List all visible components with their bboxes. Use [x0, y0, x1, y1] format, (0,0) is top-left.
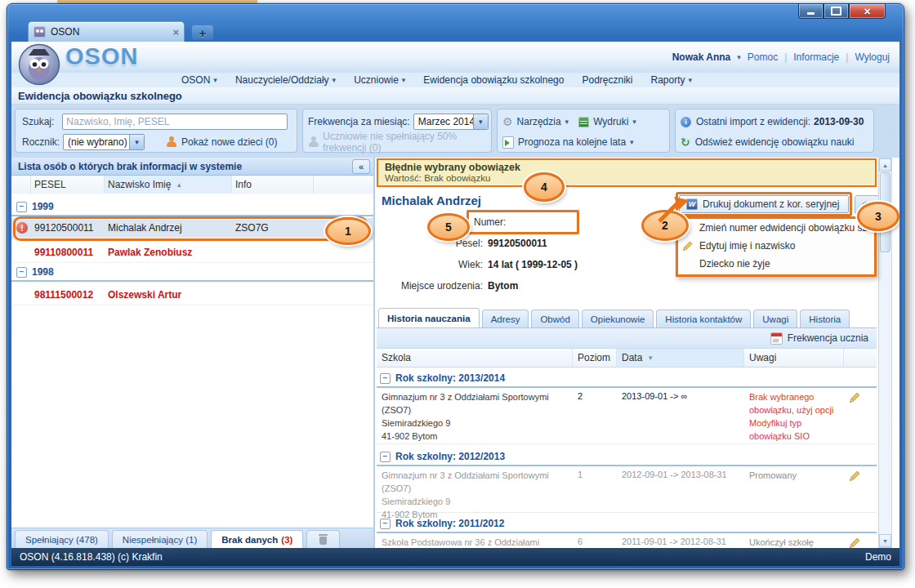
- data-cell: 2011-09-01 -> 2012-08-31: [622, 537, 726, 546]
- tab-trash[interactable]: [306, 530, 340, 548]
- select-caret-icon[interactable]: ▾: [473, 114, 488, 129]
- select-caret-icon[interactable]: ▾: [129, 135, 144, 149]
- status-version: OSON (4.16.818.438) (c) Krakfin: [20, 551, 163, 563]
- column-szkola[interactable]: Szkola: [377, 349, 573, 367]
- collapse-group-icon[interactable]: −: [16, 267, 27, 278]
- user-caret-icon: ▾: [737, 53, 741, 61]
- detail-tabs: Historia nauczania Adresy Obwód Opiekuno…: [378, 308, 850, 327]
- browser-tab-oson[interactable]: OSON ×: [28, 21, 185, 42]
- maximize-button[interactable]: [824, 4, 849, 19]
- group-row-1998[interactable]: − 1998: [11, 264, 373, 282]
- annotation-callout-3: 3: [857, 202, 899, 231]
- scroll-up-arrow[interactable]: ▲: [879, 158, 891, 172]
- tab-spelniajacy[interactable]: Spełniający (478): [15, 530, 109, 548]
- column-poziom[interactable]: Poziom: [573, 349, 617, 367]
- link-informacje[interactable]: Informacje: [793, 51, 839, 63]
- miejsce-field: Miejsce urodzenia: Bytom: [377, 278, 518, 293]
- column-info[interactable]: Info: [232, 176, 314, 194]
- list-row-pawlak[interactable]: 99110800011 Pawlak Zenobiusz: [11, 243, 373, 263]
- tab-brak-danych[interactable]: Brak danych(3): [211, 530, 303, 548]
- minimize-button[interactable]: [798, 4, 824, 19]
- history-row-2012[interactable]: Gimnazjum nr 3 z Oddziałami Sportowymi (…: [377, 466, 877, 513]
- page-title: Ewidencja obowiązku szkolnego: [11, 87, 899, 105]
- menu-ewidencja[interactable]: Ewidencja obowiązku szkolnego: [423, 74, 564, 86]
- search-input[interactable]: [62, 114, 288, 130]
- tab-historia-kontaktow[interactable]: Historia kontaktów: [656, 310, 751, 327]
- frekwencja-ucznia-button[interactable]: Frekwencja ucznia: [788, 332, 868, 344]
- oson-favicon-icon: [33, 26, 46, 38]
- column-uwagi[interactable]: Uwagi: [744, 349, 844, 367]
- history-row-2013[interactable]: Gimnazjum nr 3 z Oddziałami Sportowymi (…: [377, 388, 877, 444]
- tab-historia-nauczania[interactable]: Historia nauczania: [378, 308, 480, 327]
- edit-pencil-icon[interactable]: [849, 391, 861, 405]
- odswiez-button[interactable]: Odśwież ewidencję obowiązku nauki: [695, 136, 855, 148]
- maximize-icon: [831, 7, 841, 16]
- pokaz-nowe-dzieci-button[interactable]: Pokaż nowe dzieci (0): [166, 136, 277, 148]
- list-row-olszewski[interactable]: 98111500012 Olszewski Artur: [11, 285, 373, 305]
- close-button[interactable]: ×: [849, 4, 886, 19]
- app-header: OSON Nowak Anna ▾ Pomoc | Informacje | W…: [11, 42, 899, 74]
- narzedzia-button[interactable]: ⚙ Narzędzia ▾: [502, 116, 569, 127]
- main-menubar: OSON▾ Nauczyciele/Oddziały▾ Uczniowie▾ E…: [11, 73, 899, 87]
- tab-adresy[interactable]: Adresy: [482, 310, 529, 327]
- tab-niespelniajacy[interactable]: Niespełniający (1): [112, 530, 208, 548]
- link-wyloguj[interactable]: Wyloguj: [855, 51, 890, 63]
- group-row-1999[interactable]: − 1999: [11, 198, 373, 216]
- edit-pencil-icon[interactable]: [849, 470, 861, 483]
- menu-oson[interactable]: OSON▾: [181, 74, 217, 86]
- tab-obwod[interactable]: Obwód: [531, 310, 578, 327]
- prognoza-button[interactable]: Prognoza na kolejne lata ▾: [502, 136, 634, 149]
- column-icon[interactable]: [11, 176, 31, 194]
- history-row-2011[interactable]: Szkoła Podstawowa nr 36 z Oddziałami Spo…: [377, 533, 877, 548]
- owl-logo-icon: [18, 43, 60, 86]
- rocznik-select[interactable]: (nie wybrano) ▾: [63, 134, 145, 150]
- tab-close-icon[interactable]: ×: [172, 26, 179, 38]
- link-pomoc[interactable]: Pomoc: [748, 51, 778, 63]
- collapse-group-icon[interactable]: −: [380, 373, 391, 384]
- tab-uwagi[interactable]: Uwagi: [753, 310, 797, 327]
- tab-opiekunowie[interactable]: Opiekunowie: [582, 310, 654, 327]
- menu-item-edytuj[interactable]: Edytuj imię i nazwisko: [678, 237, 874, 255]
- group-rok-2011-2012[interactable]: − Rok szkolny: 2011/2012: [377, 515, 877, 533]
- menu-item-dziecko-nie-zyje[interactable]: Dziecko nie żyje: [678, 255, 874, 273]
- pesel-value: 99120500011: [488, 238, 547, 249]
- trash-icon: [319, 534, 328, 545]
- user-menu[interactable]: Nowak Anna: [672, 51, 731, 63]
- menu-podreczniki[interactable]: Podręczniki: [582, 74, 632, 86]
- wydruki-button[interactable]: Wydruki ▾: [578, 116, 636, 127]
- edit-pencil-icon[interactable]: [849, 537, 861, 548]
- search-panel: Szukaj: Rocznik: (nie wybrano) ▾ Pokaż n…: [15, 109, 297, 153]
- pencil-icon: [682, 240, 694, 254]
- uwagi-cell: Brak wybranego obowiązku, użyj opcji Mod…: [749, 391, 841, 443]
- group-rok-2012-2013[interactable]: − Rok szkolny: 2012/2013: [377, 448, 877, 466]
- scroll-down-arrow[interactable]: ▼: [879, 534, 891, 547]
- annotation-callout-5: 5: [427, 213, 470, 241]
- print-merge-document-button[interactable]: W Drukuj dokument z kor. seryjnej: [679, 195, 849, 213]
- import-panel: i Ostatni import z ewidencji: 2013-09-30…: [675, 109, 874, 153]
- poziom-cell: 1: [578, 470, 582, 479]
- menu-item-zmien-numer[interactable]: Zmień numer edwidencji obowiązku szkolne…: [678, 219, 874, 237]
- tab-historia[interactable]: Historia: [800, 310, 850, 327]
- status-demo: Demo: [865, 551, 891, 563]
- menu-nauczyciele[interactable]: Nauczyciele/Oddziały▾: [235, 74, 336, 86]
- new-tab-button[interactable]: +: [192, 25, 213, 40]
- menu-uczniowie[interactable]: Uczniowie▾: [354, 74, 405, 86]
- group-rok-2013-2014[interactable]: − Rok szkolny: 2013/2014: [377, 370, 877, 388]
- poziom-cell: 2: [578, 391, 582, 401]
- menu-raporty[interactable]: Raporty▾: [650, 74, 692, 86]
- collapse-group-icon[interactable]: −: [380, 452, 391, 462]
- collapse-group-icon[interactable]: −: [380, 519, 391, 529]
- data-cell: 2013-09-01 -> ∞: [622, 391, 687, 401]
- column-nazwisko-imie[interactable]: Nazwisko Imię▲: [105, 176, 232, 194]
- column-data[interactable]: Data▼: [617, 349, 744, 367]
- frekwencja-select[interactable]: Marzec 2014 ▾: [413, 114, 489, 130]
- link-separator: |: [784, 51, 787, 63]
- collapse-panel-button[interactable]: «: [352, 159, 370, 174]
- status-bar: OSON (4.16.818.438) (c) Krakfin Demo: [11, 548, 899, 566]
- student-name: Michalak Andrzej: [382, 194, 481, 207]
- collapse-group-icon[interactable]: −: [16, 202, 27, 212]
- persons-list-panel: Lista osób o których brak informacji w s…: [11, 158, 375, 548]
- column-pesel[interactable]: PESEL: [31, 176, 105, 194]
- gear-icon: ⚙: [502, 116, 513, 127]
- annotation-callout-4: 4: [524, 172, 565, 202]
